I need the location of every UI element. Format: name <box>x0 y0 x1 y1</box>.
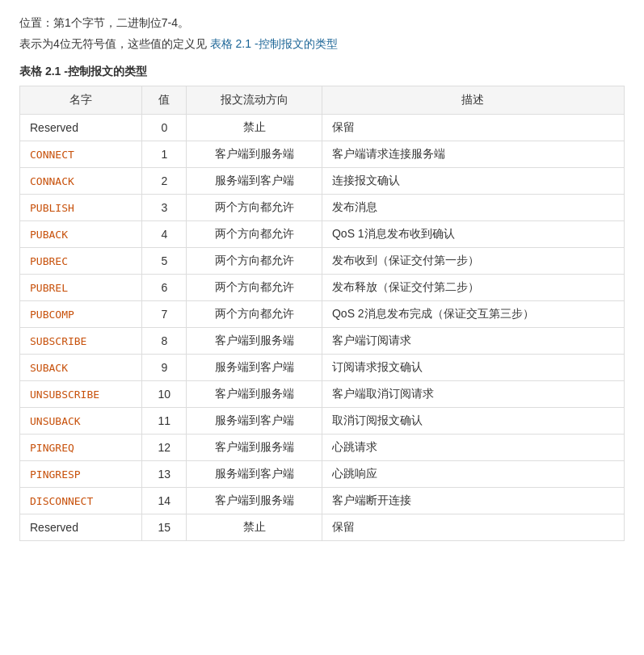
cell-value: 3 <box>142 195 187 221</box>
cell-direction: 禁止 <box>187 115 322 141</box>
col-header-value: 值 <box>142 86 187 115</box>
cell-desc: 客户端取消订阅请求 <box>322 381 624 408</box>
table-row: UNSUBACK11服务端到客户端取消订阅报文确认 <box>20 408 625 435</box>
cell-value: 11 <box>142 408 187 435</box>
cell-value: 2 <box>142 168 187 195</box>
cell-direction: 两个方向都允许 <box>187 275 322 301</box>
cell-value: 6 <box>142 275 187 301</box>
cell-name: PUBLISH <box>20 195 142 221</box>
cell-name: UNSUBSCRIBE <box>20 381 142 408</box>
cell-desc: 客户端请求连接服务端 <box>322 141 624 168</box>
cell-value: 15 <box>142 514 187 541</box>
cell-desc: 发布消息 <box>322 195 624 221</box>
table-row: SUBSCRIBE8客户端到服务端客户端订阅请求 <box>20 328 625 355</box>
cell-direction: 两个方向都允许 <box>187 301 322 328</box>
cell-name: CONNECT <box>20 141 142 168</box>
cell-name: DISCONNECT <box>20 488 142 514</box>
cell-value: 1 <box>142 141 187 168</box>
cell-value: 8 <box>142 328 187 355</box>
cell-desc: QoS 2消息发布完成（保证交互第三步） <box>322 301 624 328</box>
cell-value: 7 <box>142 301 187 328</box>
col-header-name: 名字 <box>20 86 142 115</box>
table-row: PUBREC5两个方向都允许发布收到（保证交付第一步） <box>20 248 625 275</box>
cell-name: PUBREL <box>20 275 142 301</box>
cell-direction: 客户端到服务端 <box>187 381 322 408</box>
control-packet-table: 名字 值 报文流动方向 描述 Reserved0禁止保留CONNECT1客户端到… <box>19 86 625 541</box>
table-row: CONNECT1客户端到服务端客户端请求连接服务端 <box>20 141 625 168</box>
intro-line2: 表示为4位无符号值，这些值的定义见 表格 2.1 -控制报文的类型 <box>19 37 625 52</box>
table-header-row: 名字 值 报文流动方向 描述 <box>20 86 625 115</box>
cell-direction: 服务端到客户端 <box>187 461 322 488</box>
cell-value: 9 <box>142 355 187 381</box>
cell-direction: 两个方向都允许 <box>187 221 322 248</box>
table-row: PUBREL6两个方向都允许发布释放（保证交付第二步） <box>20 275 625 301</box>
cell-direction: 禁止 <box>187 514 322 541</box>
cell-value: 5 <box>142 248 187 275</box>
cell-value: 10 <box>142 381 187 408</box>
table-row: SUBACK9服务端到客户端订阅请求报文确认 <box>20 355 625 381</box>
col-header-desc: 描述 <box>322 86 624 115</box>
table-row: CONNACK2服务端到客户端连接报文确认 <box>20 168 625 195</box>
table-row: PINGREQ12客户端到服务端心跳请求 <box>20 435 625 461</box>
cell-name: PINGRESP <box>20 461 142 488</box>
cell-direction: 两个方向都允许 <box>187 248 322 275</box>
intro-line1: 位置：第1个字节，二进制位7-4。 <box>19 16 625 31</box>
cell-desc: 心跳响应 <box>322 461 624 488</box>
cell-desc: 心跳请求 <box>322 435 624 461</box>
cell-desc: 保留 <box>322 514 624 541</box>
table-row: Reserved15禁止保留 <box>20 514 625 541</box>
table-row: DISCONNECT14客户端到服务端客户端断开连接 <box>20 488 625 514</box>
cell-direction: 客户端到服务端 <box>187 488 322 514</box>
cell-desc: 保留 <box>322 115 624 141</box>
intro-section: 位置：第1个字节，二进制位7-4。 表示为4位无符号值，这些值的定义见 表格 2… <box>19 16 625 52</box>
cell-value: 0 <box>142 115 187 141</box>
cell-desc: 发布释放（保证交付第二步） <box>322 275 624 301</box>
table-row: UNSUBSCRIBE10客户端到服务端客户端取消订阅请求 <box>20 381 625 408</box>
cell-direction: 两个方向都允许 <box>187 195 322 221</box>
cell-name: PINGREQ <box>20 435 142 461</box>
cell-desc: 发布收到（保证交付第一步） <box>322 248 624 275</box>
table-row: PUBLISH3两个方向都允许发布消息 <box>20 195 625 221</box>
cell-direction: 客户端到服务端 <box>187 435 322 461</box>
cell-name: Reserved <box>20 115 142 141</box>
cell-direction: 服务端到客户端 <box>187 168 322 195</box>
cell-direction: 客户端到服务端 <box>187 328 322 355</box>
cell-name: CONNACK <box>20 168 142 195</box>
col-header-direction: 报文流动方向 <box>187 86 322 115</box>
cell-direction: 服务端到客户端 <box>187 355 322 381</box>
cell-value: 12 <box>142 435 187 461</box>
cell-name: PUBACK <box>20 221 142 248</box>
table-row: PINGRESP13服务端到客户端心跳响应 <box>20 461 625 488</box>
cell-value: 14 <box>142 488 187 514</box>
cell-name: Reserved <box>20 514 142 541</box>
cell-direction: 服务端到客户端 <box>187 408 322 435</box>
table-link[interactable]: 表格 2.1 -控制报文的类型 <box>210 37 338 50</box>
cell-desc: 连接报文确认 <box>322 168 624 195</box>
cell-desc: 订阅请求报文确认 <box>322 355 624 381</box>
table-row: Reserved0禁止保留 <box>20 115 625 141</box>
cell-name: PUBCOMP <box>20 301 142 328</box>
cell-desc: QoS 1消息发布收到确认 <box>322 221 624 248</box>
cell-desc: 客户端订阅请求 <box>322 328 624 355</box>
cell-value: 4 <box>142 221 187 248</box>
cell-name: UNSUBACK <box>20 408 142 435</box>
cell-value: 13 <box>142 461 187 488</box>
cell-name: PUBREC <box>20 248 142 275</box>
cell-name: SUBACK <box>20 355 142 381</box>
table-row: PUBACK4两个方向都允许QoS 1消息发布收到确认 <box>20 221 625 248</box>
cell-direction: 客户端到服务端 <box>187 141 322 168</box>
cell-desc: 取消订阅报文确认 <box>322 408 624 435</box>
cell-name: SUBSCRIBE <box>20 328 142 355</box>
table-row: PUBCOMP7两个方向都允许QoS 2消息发布完成（保证交互第三步） <box>20 301 625 328</box>
table-caption: 表格 2.1 -控制报文的类型 <box>19 65 625 79</box>
cell-desc: 客户端断开连接 <box>322 488 624 514</box>
